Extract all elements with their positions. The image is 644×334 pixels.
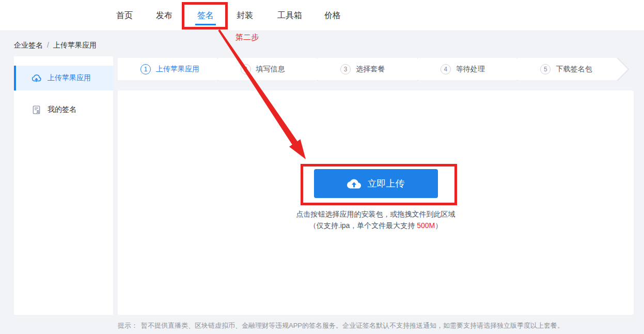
breadcrumb-separator: / (47, 41, 49, 49)
sidebar: 上传苹果应用 我的签名 (14, 56, 113, 315)
step-label: 选择套餐 (356, 65, 385, 74)
signature-icon (31, 104, 42, 115)
hint-prefix: （仅支持.ipa，单个文件最大支持 (309, 221, 417, 230)
step-label: 填写信息 (256, 65, 285, 74)
sidebar-item-label: 上传苹果应用 (48, 73, 91, 83)
nav-item-home[interactable]: 首页 (116, 11, 133, 25)
footer-tip: 提示：暂不提供直播类、区块链虚拟币、金融理财等违规APP的签名服务。企业证签名默… (118, 321, 634, 330)
nav-item-signing[interactable]: 签名 (195, 11, 216, 25)
tip-label: 提示： (118, 322, 138, 329)
step-download-package: 5 下载签名包 (517, 58, 618, 80)
upload-button-label: 立即上传 (368, 177, 405, 190)
sidebar-item-label: 我的签名 (48, 105, 76, 114)
step-label: 下载签名包 (556, 65, 592, 74)
nav-item-pricing[interactable]: 价格 (324, 11, 341, 25)
tip-text: 暂不提供直播类、区块链虚拟币、金融理财等违规APP的签名服务。企业证签名默认不支… (141, 322, 564, 329)
step-number-badge: 2 (241, 64, 251, 74)
step-wait-processing: 4 等待处理 (418, 58, 518, 80)
cloud-upload-icon (31, 73, 42, 84)
step-label: 等待处理 (456, 65, 485, 74)
step-number-badge: 5 (540, 64, 551, 74)
step-label: 上传苹果应用 (156, 65, 199, 74)
nav-item-toolbox[interactable]: 工具箱 (277, 11, 302, 25)
upload-panel[interactable]: 立即上传 点击按钮选择应用的安装包，或拖拽文件到此区域 （仅支持.ipa，单个文… (118, 90, 634, 315)
nav-item-publish[interactable]: 发布 (156, 11, 172, 25)
step-wizard: 1 上传苹果应用 2 填写信息 3 选择套餐 4 等待处理 5 下载签名包 (118, 58, 618, 80)
breadcrumb-current: 上传苹果应用 (53, 41, 97, 49)
upload-now-button[interactable]: 立即上传 (314, 169, 438, 198)
top-navigation: 首页 发布 签名 封装 工具箱 价格 (0, 0, 644, 31)
upload-hint-line1: 点击按钮选择应用的安装包，或拖拽文件到此区域 (118, 210, 634, 219)
nav-item-packaging[interactable]: 封装 (237, 11, 253, 25)
hint-suffix: ） (435, 221, 442, 230)
step-fill-info: 2 填写信息 (218, 58, 318, 80)
step-number-badge: 3 (340, 64, 351, 74)
step-upload-apple-app: 1 上传苹果应用 (118, 58, 218, 80)
step-choose-plan: 3 选择套餐 (318, 58, 418, 80)
sidebar-item-upload-apple-app[interactable]: 上传苹果应用 (14, 66, 113, 90)
step-number-badge: 1 (140, 64, 151, 74)
breadcrumb: 企业签名/上传苹果应用 (14, 41, 97, 50)
upload-hint-line2: （仅支持.ipa，单个文件最大支持 500M） (118, 221, 634, 231)
step-number-badge: 4 (441, 64, 451, 74)
breadcrumb-section[interactable]: 企业签名 (14, 41, 43, 49)
page: 首页 发布 签名 封装 工具箱 价格 企业签名/上传苹果应用 上传苹果应用 (0, 0, 644, 334)
cloud-upload-filled-icon (347, 177, 361, 191)
max-size-highlight: 500M (417, 221, 435, 230)
sidebar-item-my-signatures[interactable]: 我的签名 (14, 97, 113, 122)
